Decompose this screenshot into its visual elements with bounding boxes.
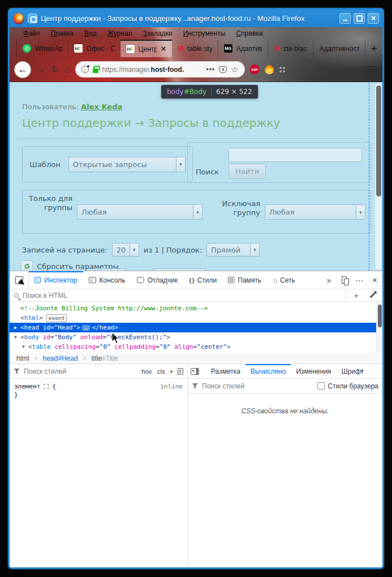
devtools-tab-Память[interactable]: Память xyxy=(222,271,267,289)
menu-item-Правка[interactable]: Правка xyxy=(51,29,74,37)
menu-item-Справка[interactable]: Справка xyxy=(236,29,262,37)
new-tab-button[interactable]: + xyxy=(365,40,382,57)
devtools-bottom-panels: Поиск стилей :hov .cls + элемент { inlin… xyxy=(10,364,382,568)
code-line[interactable]: ▶<head id="Head">…</head> xyxy=(10,323,382,332)
reset-icon-button[interactable]: ♻ xyxy=(21,260,33,271)
user-link[interactable]: Alex Keda xyxy=(81,102,122,111)
browser-styles-checkbox[interactable] xyxy=(317,382,325,390)
devtools-tab-label: Сеть xyxy=(280,276,295,284)
responsive-icon xyxy=(342,276,347,284)
browser-tab[interactable]: MGАдаптив xyxy=(218,40,269,57)
add-node-button[interactable]: + xyxy=(350,291,363,300)
menu-item-Файл[interactable]: Файл xyxy=(23,29,40,37)
highlight-target-icon[interactable] xyxy=(44,384,49,389)
devtools-tab-Отладчик[interactable]: Отладчик xyxy=(131,271,183,289)
browser-tab-active[interactable]: HFЦентр✕ xyxy=(120,40,173,57)
group-only-select[interactable]: Любая ▾ xyxy=(77,204,203,220)
computed-tab-Разметка[interactable]: Разметка xyxy=(206,364,245,378)
group-exclude-select[interactable]: Любая ▾ xyxy=(265,204,365,220)
page-scrollbar[interactable] xyxy=(375,83,382,270)
tab-label: WhatsAp xyxy=(35,45,62,53)
search-input[interactable] xyxy=(229,148,362,162)
address-bar[interactable]: i https://manager.host-food. ••• ∨ ☆ xyxy=(75,61,245,78)
close-button[interactable]: ✕ xyxy=(368,13,379,24)
computed-tab-Изменения[interactable]: Изменения xyxy=(291,364,336,378)
per-page-select[interactable]: 20 ▾ xyxy=(112,243,139,257)
insp-icon xyxy=(35,277,41,283)
menu-item-Инструменты[interactable]: Инструменты xyxy=(183,29,226,37)
sidebar-toggle-icon[interactable] xyxy=(191,368,199,375)
devtools-tab-Стили[interactable]: { }Стили xyxy=(183,271,222,289)
pseudo-class-toggle[interactable]: :hov xyxy=(140,368,152,375)
breadcrumb-item[interactable]: html xyxy=(16,354,29,362)
bookmark-star-icon[interactable]: ☆ xyxy=(231,65,238,75)
eyedropper-icon[interactable] xyxy=(370,293,376,298)
devtools-tab-Сеть[interactable]: ↑↓Сеть xyxy=(267,271,301,289)
browser-tab[interactable]: ✆WhatsAp xyxy=(16,40,68,57)
maximize-button[interactable] xyxy=(354,13,365,24)
addon-dim-icon[interactable] xyxy=(279,66,286,73)
breadcrumb-item[interactable]: title#Title xyxy=(91,354,118,362)
search-submit-button[interactable]: Найти xyxy=(229,164,266,179)
element-picker-button[interactable] xyxy=(10,271,29,289)
url-text[interactable]: https://manager.host-food. xyxy=(102,66,203,74)
rule-selector[interactable]: элемент xyxy=(14,382,40,391)
devtools-tab-Консоль[interactable]: >Консоль xyxy=(83,271,131,289)
devtools-menu-button[interactable]: ⋯ xyxy=(352,271,367,289)
template-select[interactable]: Открытые запросы ▾ xyxy=(68,157,186,172)
computed-filter-input[interactable]: Поиск стилей xyxy=(202,382,313,390)
forward-button[interactable]: → xyxy=(36,65,46,74)
devtools-close-button[interactable]: ✕ xyxy=(367,271,382,289)
stylesheet-icon[interactable] xyxy=(178,368,183,375)
computed-tab-Вычислено[interactable]: Вычислено xyxy=(245,364,291,378)
expand-arrow-icon[interactable]: ▶ xyxy=(14,323,20,332)
menu-hamburger-icon[interactable] xyxy=(366,66,374,72)
menu-item-Журнал[interactable]: Журнал xyxy=(107,29,132,37)
titlebar[interactable]: Центр поддержки - Запросы в поддержку...… xyxy=(10,10,382,27)
scrollbar-thumb[interactable] xyxy=(378,305,382,327)
template-fieldset: Шаблон Открытые запросы ▾ xyxy=(22,146,193,182)
reload-button[interactable]: ↻ xyxy=(51,65,59,74)
add-rule-button[interactable]: + xyxy=(169,367,174,376)
expand-arrow-icon[interactable]: ▼ xyxy=(22,342,28,352)
browser-tab[interactable]: Адаптивность xyxy=(313,40,365,57)
https-lock-icon[interactable] xyxy=(93,69,98,73)
addon-fox-icon[interactable] xyxy=(265,65,274,74)
code-line[interactable]: ▼<body id="Body" onload="CheckEvents();"… xyxy=(10,332,382,342)
expand-arrow-icon[interactable]: ▼ xyxy=(14,332,20,342)
back-button[interactable]: ← xyxy=(14,61,31,78)
code-line[interactable]: <!--Joonte Billing System http://www.joo… xyxy=(10,304,382,313)
rule-source[interactable]: inline xyxy=(160,382,183,391)
browser-tab[interactable]: HFОфис - С xyxy=(68,40,120,57)
home-button[interactable]: ⌂ xyxy=(64,65,70,74)
rules-filter-input[interactable]: Поиск стилей xyxy=(24,367,136,375)
code-token: cellpadding xyxy=(114,343,156,351)
class-toggle[interactable]: .cls xyxy=(156,368,165,375)
code-line[interactable]: <html>event xyxy=(10,313,382,323)
code-token: < xyxy=(20,314,24,322)
minimize-button[interactable] xyxy=(339,13,351,24)
tab-close-icon[interactable]: ✕ xyxy=(161,45,166,53)
infobar-tag: body xyxy=(167,88,184,96)
responsive-mode-button[interactable] xyxy=(337,271,352,289)
page-actions-icon[interactable]: ••• xyxy=(206,66,215,74)
order-select[interactable]: Прямой ▾ xyxy=(206,243,260,257)
browser-tab[interactable]: Яzte blac xyxy=(268,40,313,57)
pocket-icon[interactable]: ∨ xyxy=(219,66,227,73)
breadcrumb-item[interactable]: head#Head xyxy=(43,354,78,362)
adblock-plus-icon[interactable]: ABP xyxy=(250,65,260,74)
window-menu-icon[interactable] xyxy=(28,14,37,23)
code-line[interactable]: ▼<table cellspacing="0" cellpadding="0" … xyxy=(10,342,382,352)
html-search-input[interactable]: Поиск в HTML xyxy=(23,292,341,300)
scrollbar-thumb[interactable] xyxy=(376,86,381,196)
menu-item-Вид[interactable]: Вид xyxy=(84,29,97,37)
computed-tab-Шрифт[interactable]: Шрифт ▾ xyxy=(337,364,369,378)
more-tabs-button[interactable]: » xyxy=(321,271,337,289)
breadcrumb: html>head#Head>title#Title xyxy=(10,353,382,364)
pagination-row: Записей на странице: 20 ▾ из 1 | Порядок… xyxy=(22,243,260,257)
menu-item-Закладки[interactable]: Закладки xyxy=(143,29,173,37)
code-scrollbar[interactable] xyxy=(376,302,382,353)
browser-tab[interactable]: Яtable sty xyxy=(173,40,218,57)
site-info-icon[interactable]: i xyxy=(81,66,89,73)
devtools-tab-Инспектор[interactable]: Инспектор xyxy=(29,271,83,289)
